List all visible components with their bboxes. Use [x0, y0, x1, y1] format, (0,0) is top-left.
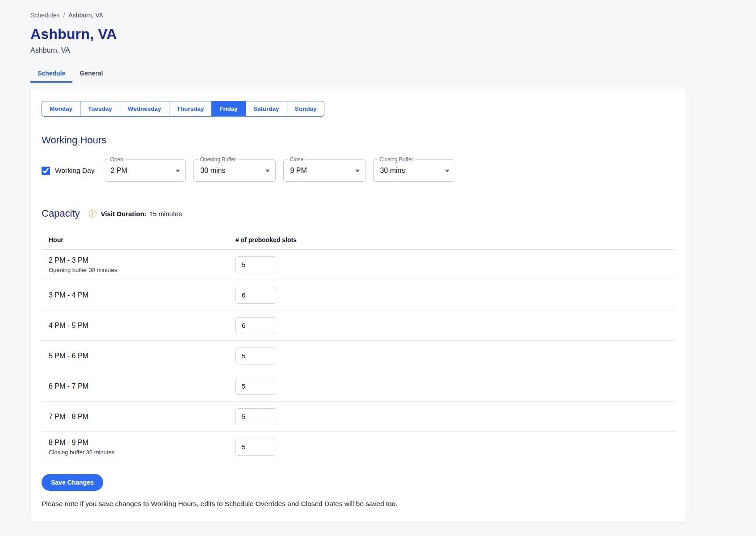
hour-cell: 8 PM - 9 PM Closing buffer 30 minutes: [49, 439, 235, 456]
save-note: Please note if you save changes to Worki…: [42, 500, 675, 508]
tab-general[interactable]: General: [72, 64, 110, 83]
table-row: 2 PM - 3 PM Opening buffer 30 minutes: [42, 250, 675, 280]
hour-note: Opening buffer 30 minutes: [49, 267, 235, 273]
table-row: 3 PM - 4 PM: [42, 280, 675, 310]
open-select-value: 2 PM: [110, 167, 127, 175]
opening-buffer-select[interactable]: Opening Buffer 30 mins: [193, 159, 276, 182]
working-day-checkbox[interactable]: [42, 167, 50, 175]
day-button-saturday[interactable]: Saturday: [245, 101, 287, 117]
capacity-header: Capacity i Visit Duration: 15 minutes: [42, 208, 675, 219]
schedule-card: Monday Tuesday Wednesday Thursday Friday…: [30, 88, 686, 523]
hour-cell: 4 PM - 5 PM: [49, 322, 235, 330]
hour-note: Closing buffer 30 minutes: [49, 449, 235, 456]
chevron-down-icon: [355, 170, 360, 172]
slots-input[interactable]: [235, 408, 276, 425]
hour-column-header: Hour: [49, 236, 235, 243]
hour-range: 3 PM - 4 PM: [49, 291, 235, 299]
day-button-sunday[interactable]: Sunday: [287, 101, 325, 117]
slots-input[interactable]: [235, 287, 276, 304]
slots-input[interactable]: [235, 317, 276, 334]
table-row: 5 PM - 6 PM: [42, 341, 675, 371]
table-row: 4 PM - 5 PM: [42, 310, 675, 341]
hour-cell: 3 PM - 4 PM: [49, 291, 235, 299]
opening-buffer-select-value: 30 mins: [200, 167, 225, 175]
closing-buffer-select[interactable]: Closing Buffer 30 mins: [373, 159, 455, 182]
slots-input[interactable]: [235, 378, 276, 395]
slots-input[interactable]: [235, 348, 276, 364]
day-button-friday[interactable]: Friday: [211, 101, 246, 117]
breadcrumb-current: Ashburn, VA: [68, 12, 103, 19]
capacity-table: Hour # of prebooked slots 2 PM - 3 PM Op…: [42, 236, 675, 462]
slots-input[interactable]: [235, 256, 276, 273]
hour-range: 2 PM - 3 PM: [49, 256, 235, 264]
chevron-down-icon: [265, 170, 270, 172]
slots-column-header: # of prebooked slots: [235, 236, 675, 243]
page-title: Ashburn, VA: [30, 26, 686, 42]
working-day-toggle[interactable]: Working Day: [42, 167, 94, 175]
hour-cell: 7 PM - 8 PM: [49, 413, 235, 421]
close-select-value: 9 PM: [290, 167, 307, 175]
slots-input[interactable]: [235, 439, 276, 456]
close-select-label: Close: [288, 156, 305, 163]
hour-range: 4 PM - 5 PM: [49, 322, 235, 330]
breadcrumb-separator: /: [63, 12, 65, 19]
day-button-tuesday[interactable]: Tuesday: [80, 101, 120, 117]
day-button-wednesday[interactable]: Wednesday: [120, 101, 169, 117]
day-button-monday[interactable]: Monday: [42, 101, 80, 117]
visit-duration-label: Visit Duration:: [101, 210, 147, 218]
open-select[interactable]: Open 2 PM: [104, 159, 186, 182]
hour-cell: 2 PM - 3 PM Opening buffer 30 minutes: [49, 256, 235, 273]
chevron-down-icon: [176, 170, 180, 172]
close-select[interactable]: Close 9 PM: [283, 159, 365, 182]
capacity-heading: Capacity: [42, 208, 80, 219]
hour-cell: 5 PM - 6 PM: [49, 352, 235, 360]
closing-buffer-select-label: Closing Buffer: [378, 156, 415, 163]
info-icon: i: [89, 210, 97, 218]
breadcrumb-schedules-link[interactable]: Schedules: [30, 12, 59, 19]
table-row: 8 PM - 9 PM Closing buffer 30 minutes: [42, 432, 675, 462]
breadcrumb: Schedules / Ashburn, VA: [30, 12, 686, 19]
tab-bar: Schedule General: [30, 64, 686, 83]
table-row: 7 PM - 8 PM: [42, 402, 675, 432]
chevron-down-icon: [445, 170, 449, 172]
working-day-label: Working Day: [55, 167, 94, 175]
page: Schedules / Ashburn, VA Ashburn, VA Ashb…: [30, 0, 686, 523]
day-button-thursday[interactable]: Thursday: [169, 101, 212, 117]
closing-buffer-select-value: 30 mins: [380, 167, 405, 175]
hour-cell: 6 PM - 7 PM: [49, 382, 235, 390]
hour-range: 8 PM - 9 PM: [49, 439, 235, 447]
opening-buffer-select-label: Opening Buffer: [198, 156, 238, 163]
visit-duration-value: 15 minutes: [149, 210, 182, 218]
save-changes-button[interactable]: Save Changes: [42, 474, 103, 491]
hour-range: 5 PM - 6 PM: [49, 352, 235, 360]
working-hours-heading: Working Hours: [42, 134, 675, 146]
hour-range: 6 PM - 7 PM: [49, 382, 235, 390]
day-selector: Monday Tuesday Wednesday Thursday Friday…: [42, 101, 324, 117]
open-select-label: Open: [108, 156, 125, 163]
tab-schedule[interactable]: Schedule: [30, 64, 72, 83]
table-row: 6 PM - 7 PM: [42, 371, 675, 402]
capacity-table-header: Hour # of prebooked slots: [42, 236, 675, 250]
working-hours-row: Working Day Open 2 PM Opening Buffer 30 …: [42, 159, 675, 182]
hour-range: 7 PM - 8 PM: [49, 413, 235, 421]
page-subtitle: Ashburn, VA: [30, 46, 686, 54]
